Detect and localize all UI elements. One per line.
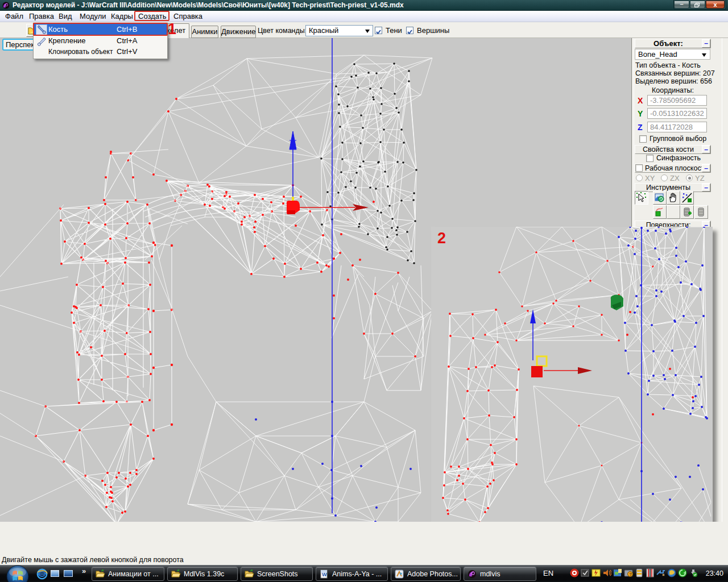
svg-text:W: W — [322, 572, 327, 577]
svg-text:?: ? — [629, 572, 632, 577]
